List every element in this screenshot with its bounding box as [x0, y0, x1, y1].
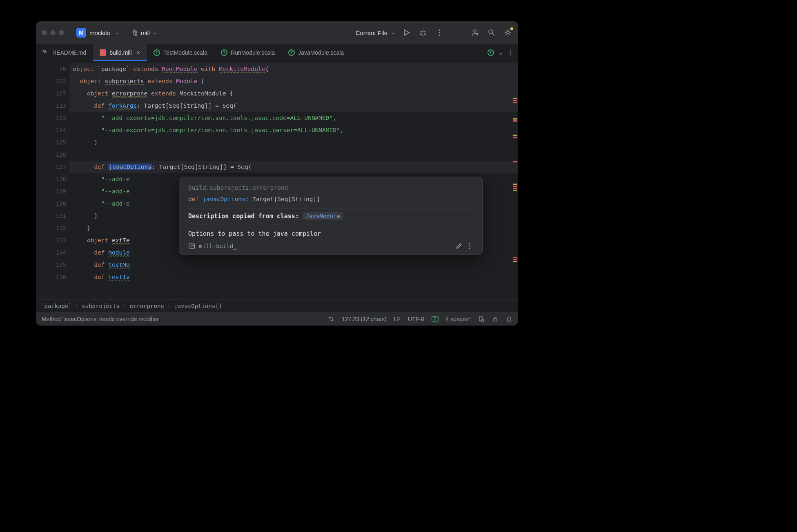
tab-build-mill[interactable]: build.mill × [93, 44, 147, 61]
notifications-icon[interactable] [506, 316, 512, 322]
popup-signature: def javacOptions: Target[Seq[String]] [188, 196, 473, 202]
line-number[interactable]: 131 [36, 210, 69, 222]
more-icon[interactable] [466, 242, 473, 250]
popup-desc-label: Description copied from class: [188, 213, 303, 220]
tab-label: TestModule.scala [163, 49, 207, 56]
line-number[interactable]: 125 [36, 136, 69, 149]
breadcrumb-item[interactable]: javacOptions() [174, 303, 222, 309]
scala-trait-icon: T [288, 49, 295, 56]
popup-footer: mill-build_ [188, 242, 473, 250]
line-number[interactable]: 133 [36, 234, 69, 246]
error-stripe[interactable] [512, 61, 518, 299]
line-number[interactable]: 124 [36, 124, 69, 136]
tab-javamodule[interactable]: T JavaModule.scala [282, 44, 351, 61]
settings-icon[interactable] [503, 28, 512, 37]
minimize-dot[interactable] [50, 30, 56, 35]
chevron-right-icon: › [123, 303, 126, 309]
ide-window: M mockito ⌄ mill ⌄ Current File ⌄ [36, 21, 518, 326]
line-number[interactable]: 113 [36, 100, 69, 112]
window-controls [42, 30, 64, 35]
line-number[interactable]: 107 [36, 87, 69, 100]
code-line[interactable]: "--add-exports=jdk.compiler/com.sun.tool… [69, 112, 518, 124]
code-editor[interactable]: 59 42 2 ✓34 ⌃ ⌄ object `package` extends… [69, 61, 518, 299]
markdown-icon: M↓ [42, 49, 49, 56]
status-bar: Method 'javacOptions' needs override mod… [36, 312, 518, 326]
vcs-branch[interactable]: mill ⌄ [132, 29, 158, 36]
line-number[interactable]: 102 [36, 75, 69, 87]
titlebar: M mockito ⌄ mill ⌄ Current File ⌄ [36, 21, 518, 44]
line-number[interactable]: 128 [36, 173, 69, 185]
code-line[interactable]: def testIv [69, 271, 518, 283]
mill-icon [100, 49, 106, 56]
more-icon[interactable] [435, 28, 444, 37]
svg-point-5 [489, 30, 493, 34]
run-config-selector[interactable]: Current File ⌄ [356, 29, 395, 36]
code-line[interactable] [69, 149, 518, 161]
line-number[interactable]: 134 [36, 246, 69, 259]
line-number[interactable]: 135 [36, 259, 69, 271]
edit-icon[interactable] [455, 242, 463, 250]
tab-readme[interactable]: M↓ README.md [36, 44, 93, 61]
code-line[interactable]: def testMo [69, 259, 518, 271]
chevron-right-icon: › [75, 303, 78, 309]
code-line[interactable]: def javacOptions: Target[Seq[String]] = … [69, 161, 518, 173]
line-number[interactable]: 136 [36, 271, 69, 283]
caret-position[interactable]: 127:23 (12 chars) [342, 316, 387, 322]
project-icon: M [76, 28, 86, 38]
breadcrumb-item[interactable]: `package` [41, 303, 72, 309]
close-dot[interactable] [42, 30, 47, 35]
chevron-down-icon: ⌄ [115, 30, 119, 35]
indent-config[interactable]: 4 spaces* [446, 316, 471, 322]
file-settings-icon[interactable] [478, 316, 485, 322]
run-config-label: Current File [356, 29, 387, 36]
line-number[interactable]: 129 [36, 185, 69, 197]
reader-mode-icon[interactable]: T [432, 316, 439, 322]
tabs-overflow: T ⌄ [483, 44, 518, 61]
svg-point-2 [439, 32, 440, 33]
line-number[interactable]: 70 [36, 63, 69, 75]
scala-trait-icon: T [154, 49, 160, 56]
popup-body: Options to pass to the java compiler [188, 230, 473, 237]
run-icon[interactable] [402, 28, 411, 37]
project-selector[interactable]: M mockito ⌄ [72, 26, 123, 39]
more-icon[interactable] [508, 50, 513, 55]
code-line[interactable]: def forkArgs: Target[Seq[String]] = Seq( [69, 100, 518, 112]
svg-point-6 [507, 31, 509, 34]
zoom-dot[interactable] [59, 30, 64, 35]
svg-point-8 [510, 52, 511, 53]
debug-icon[interactable] [419, 28, 427, 37]
line-number[interactable]: 123 [36, 112, 69, 124]
svg-point-7 [510, 50, 511, 51]
close-icon[interactable]: × [137, 49, 140, 56]
code-with-me-icon[interactable] [471, 28, 480, 37]
line-number[interactable]: 130 [36, 197, 69, 210]
code-line[interactable]: ) [69, 136, 518, 149]
chevron-right-icon: › [167, 303, 171, 309]
code-line[interactable]: object subprojects extends Module { [69, 75, 518, 87]
chevron-down-icon: ⌄ [391, 30, 395, 35]
code-line[interactable]: "--add-exports=jdk.compiler/com.sun.tool… [69, 124, 518, 136]
line-separator-icon[interactable] [328, 316, 334, 322]
line-separator[interactable]: LF [394, 316, 401, 322]
breadcrumb-item[interactable]: errorprone [129, 303, 164, 309]
tab-testmodule[interactable]: T TestModule.scala [147, 44, 214, 61]
search-icon[interactable] [487, 28, 496, 37]
tab-runmodule[interactable]: T RunModule.scala [214, 44, 282, 61]
documentation-popup: build.subprojects.errorprone def javacOp… [179, 177, 483, 255]
svg-point-13 [469, 246, 470, 247]
file-encoding[interactable]: UTF-8 [408, 316, 424, 322]
breadcrumb-item[interactable]: subprojects [82, 303, 120, 309]
tab-label: build.mill [109, 49, 131, 56]
code-line[interactable]: object `package` extends RootModule with… [69, 63, 518, 75]
line-number[interactable]: 127 [36, 161, 69, 173]
lock-icon[interactable] [492, 316, 499, 322]
status-message[interactable]: Method 'javacOptions' needs override mod… [42, 316, 159, 322]
line-number[interactable]: 132 [36, 222, 69, 234]
line-number[interactable]: 126 [36, 149, 69, 161]
code-line[interactable]: object errorprone extends MockitoModule … [69, 87, 518, 100]
tab-label: README.md [52, 49, 86, 56]
popup-class-link[interactable]: JavaModule [303, 212, 343, 220]
chevron-down-icon[interactable]: ⌄ [498, 49, 503, 56]
svg-rect-11 [191, 246, 195, 248]
editor-tabs: M↓ README.md build.mill × T TestModule.s… [36, 44, 518, 61]
